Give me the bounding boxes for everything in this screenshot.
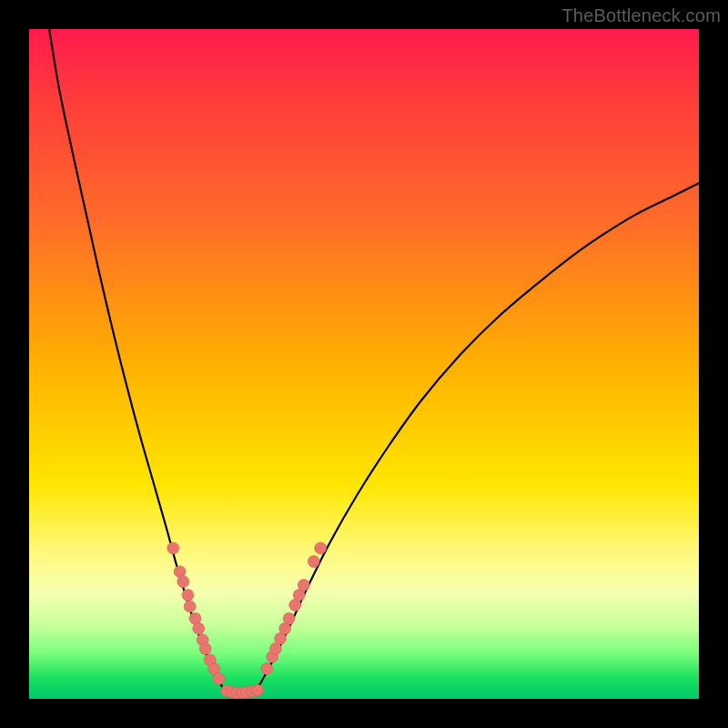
data-dot	[308, 556, 319, 568]
data-dot	[182, 589, 194, 601]
chart-svg	[29, 29, 699, 699]
data-dot	[315, 542, 327, 554]
data-dot	[193, 622, 205, 634]
watermark-text: TheBottleneck.com	[561, 5, 721, 26]
data-dot	[177, 576, 189, 588]
data-dot	[298, 579, 309, 591]
bottleneck-curve	[49, 29, 699, 695]
curve-layer	[49, 29, 699, 695]
data-dot	[283, 612, 295, 624]
data-dot	[184, 601, 196, 612]
data-dot	[167, 542, 179, 554]
chart-frame: TheBottleneck.com	[0, 0, 728, 728]
data-dot	[213, 672, 225, 684]
data-dot	[261, 662, 273, 674]
dots-layer	[167, 542, 327, 699]
plot-area	[29, 29, 699, 699]
data-dot	[251, 684, 263, 696]
data-dot	[199, 642, 211, 654]
